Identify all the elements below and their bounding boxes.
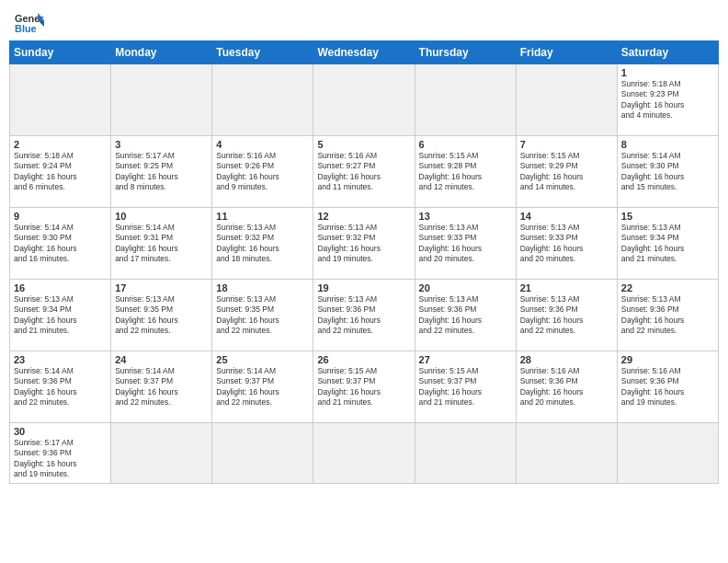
day-cell-5: 5Sunrise: 5:16 AM Sunset: 9:27 PM Daylig… — [313, 136, 415, 208]
day-info: Sunrise: 5:13 AM Sunset: 9:36 PM Dayligh… — [520, 294, 613, 337]
calendar-table: SundayMondayTuesdayWednesdayThursdayFrid… — [9, 40, 719, 484]
day-cell-17: 17Sunrise: 5:13 AM Sunset: 9:35 PM Dayli… — [111, 280, 212, 351]
day-number: 25 — [216, 354, 309, 365]
logo: General Blue — [15, 9, 44, 35]
day-info: Sunrise: 5:15 AM Sunset: 9:29 PM Dayligh… — [520, 151, 613, 193]
day-number: 30 — [14, 426, 107, 437]
day-cell-empty — [111, 64, 212, 136]
day-cell-11: 11Sunrise: 5:13 AM Sunset: 9:32 PM Dayli… — [212, 208, 313, 280]
week-row-4: 23Sunrise: 5:14 AM Sunset: 9:36 PM Dayli… — [10, 351, 719, 423]
calendar-wrap: SundayMondayTuesdayWednesdayThursdayFrid… — [0, 40, 728, 484]
day-number: 21 — [520, 282, 613, 293]
day-info: Sunrise: 5:13 AM Sunset: 9:33 PM Dayligh… — [520, 223, 613, 265]
day-number: 11 — [216, 211, 309, 222]
day-info: Sunrise: 5:13 AM Sunset: 9:34 PM Dayligh… — [621, 223, 714, 265]
weekday-header-row: SundayMondayTuesdayWednesdayThursdayFrid… — [10, 41, 719, 64]
day-cell-13: 13Sunrise: 5:13 AM Sunset: 9:33 PM Dayli… — [415, 208, 516, 280]
day-number: 13 — [419, 211, 512, 222]
day-number: 18 — [216, 282, 309, 293]
day-cell-empty — [212, 423, 313, 484]
logo-icon: General Blue — [15, 9, 44, 35]
day-number: 9 — [14, 211, 107, 222]
day-number: 26 — [317, 354, 410, 365]
day-cell-22: 22Sunrise: 5:13 AM Sunset: 9:36 PM Dayli… — [617, 280, 718, 351]
day-number: 12 — [317, 211, 410, 222]
day-number: 29 — [621, 354, 714, 365]
day-info: Sunrise: 5:16 AM Sunset: 9:26 PM Dayligh… — [216, 151, 309, 193]
day-cell-14: 14Sunrise: 5:13 AM Sunset: 9:33 PM Dayli… — [516, 208, 617, 280]
day-cell-empty — [516, 64, 617, 136]
weekday-friday: Friday — [516, 41, 617, 64]
day-cell-21: 21Sunrise: 5:13 AM Sunset: 9:36 PM Dayli… — [516, 280, 617, 351]
day-cell-empty — [516, 423, 617, 484]
day-number: 4 — [216, 139, 309, 150]
day-cell-empty — [617, 423, 718, 484]
day-number: 5 — [317, 139, 410, 150]
day-info: Sunrise: 5:15 AM Sunset: 9:37 PM Dayligh… — [419, 366, 512, 408]
day-info: Sunrise: 5:13 AM Sunset: 9:36 PM Dayligh… — [419, 294, 512, 337]
day-cell-19: 19Sunrise: 5:13 AM Sunset: 9:36 PM Dayli… — [313, 280, 415, 351]
weekday-tuesday: Tuesday — [212, 41, 313, 64]
day-number: 20 — [419, 282, 512, 293]
day-number: 10 — [115, 211, 208, 222]
day-cell-empty — [212, 64, 313, 136]
day-cell-empty — [415, 423, 516, 484]
day-cell-12: 12Sunrise: 5:13 AM Sunset: 9:32 PM Dayli… — [313, 208, 415, 280]
day-info: Sunrise: 5:16 AM Sunset: 9:36 PM Dayligh… — [520, 366, 613, 408]
day-cell-30: 30Sunrise: 5:17 AM Sunset: 9:36 PM Dayli… — [10, 423, 111, 484]
weekday-wednesday: Wednesday — [313, 41, 415, 64]
day-cell-16: 16Sunrise: 5:13 AM Sunset: 9:34 PM Dayli… — [10, 280, 111, 351]
day-cell-empty — [111, 423, 212, 484]
day-cell-empty — [10, 64, 111, 136]
day-info: Sunrise: 5:13 AM Sunset: 9:32 PM Dayligh… — [216, 223, 309, 265]
day-info: Sunrise: 5:14 AM Sunset: 9:37 PM Dayligh… — [115, 366, 208, 408]
day-number: 23 — [14, 354, 107, 365]
day-number: 16 — [14, 282, 107, 293]
day-info: Sunrise: 5:14 AM Sunset: 9:30 PM Dayligh… — [14, 223, 107, 265]
day-cell-4: 4Sunrise: 5:16 AM Sunset: 9:26 PM Daylig… — [212, 136, 313, 208]
day-info: Sunrise: 5:16 AM Sunset: 9:27 PM Dayligh… — [317, 151, 410, 193]
weekday-thursday: Thursday — [415, 41, 516, 64]
day-cell-6: 6Sunrise: 5:15 AM Sunset: 9:28 PM Daylig… — [415, 136, 516, 208]
day-cell-29: 29Sunrise: 5:16 AM Sunset: 9:36 PM Dayli… — [617, 351, 718, 423]
day-number: 3 — [115, 139, 208, 150]
day-cell-25: 25Sunrise: 5:14 AM Sunset: 9:37 PM Dayli… — [212, 351, 313, 423]
day-number: 7 — [520, 139, 613, 150]
day-cell-28: 28Sunrise: 5:16 AM Sunset: 9:36 PM Dayli… — [516, 351, 617, 423]
day-cell-empty — [313, 423, 415, 484]
weekday-monday: Monday — [111, 41, 212, 64]
day-info: Sunrise: 5:18 AM Sunset: 9:23 PM Dayligh… — [621, 79, 714, 121]
day-number: 19 — [317, 282, 410, 293]
weekday-saturday: Saturday — [617, 41, 718, 64]
day-cell-7: 7Sunrise: 5:15 AM Sunset: 9:29 PM Daylig… — [516, 136, 617, 208]
day-info: Sunrise: 5:13 AM Sunset: 9:35 PM Dayligh… — [216, 294, 309, 337]
week-row-3: 16Sunrise: 5:13 AM Sunset: 9:34 PM Dayli… — [10, 280, 719, 351]
day-cell-24: 24Sunrise: 5:14 AM Sunset: 9:37 PM Dayli… — [111, 351, 212, 423]
day-cell-23: 23Sunrise: 5:14 AM Sunset: 9:36 PM Dayli… — [10, 351, 111, 423]
day-info: Sunrise: 5:14 AM Sunset: 9:37 PM Dayligh… — [216, 366, 309, 408]
day-info: Sunrise: 5:13 AM Sunset: 9:35 PM Dayligh… — [115, 294, 208, 337]
day-info: Sunrise: 5:13 AM Sunset: 9:36 PM Dayligh… — [621, 294, 714, 337]
page: General Blue SundayMondayTuesdayWednesda… — [0, 0, 728, 563]
day-cell-empty — [415, 64, 516, 136]
day-info: Sunrise: 5:13 AM Sunset: 9:34 PM Dayligh… — [14, 294, 107, 337]
day-info: Sunrise: 5:13 AM Sunset: 9:32 PM Dayligh… — [317, 223, 410, 265]
day-number: 2 — [14, 139, 107, 150]
day-number: 8 — [621, 139, 714, 150]
week-row-1: 2Sunrise: 5:18 AM Sunset: 9:24 PM Daylig… — [10, 136, 719, 208]
day-cell-2: 2Sunrise: 5:18 AM Sunset: 9:24 PM Daylig… — [10, 136, 111, 208]
day-number: 17 — [115, 282, 208, 293]
day-cell-26: 26Sunrise: 5:15 AM Sunset: 9:37 PM Dayli… — [313, 351, 415, 423]
day-info: Sunrise: 5:16 AM Sunset: 9:36 PM Dayligh… — [621, 366, 714, 408]
day-cell-27: 27Sunrise: 5:15 AM Sunset: 9:37 PM Dayli… — [415, 351, 516, 423]
day-cell-1: 1Sunrise: 5:18 AM Sunset: 9:23 PM Daylig… — [617, 64, 718, 136]
day-info: Sunrise: 5:14 AM Sunset: 9:31 PM Dayligh… — [115, 223, 208, 265]
day-number: 6 — [419, 139, 512, 150]
day-number: 1 — [621, 67, 714, 78]
day-number: 27 — [419, 354, 512, 365]
day-number: 22 — [621, 282, 714, 293]
day-info: Sunrise: 5:14 AM Sunset: 9:36 PM Dayligh… — [14, 366, 107, 408]
day-cell-15: 15Sunrise: 5:13 AM Sunset: 9:34 PM Dayli… — [617, 208, 718, 280]
day-cell-20: 20Sunrise: 5:13 AM Sunset: 9:36 PM Dayli… — [415, 280, 516, 351]
weekday-sunday: Sunday — [10, 41, 111, 64]
